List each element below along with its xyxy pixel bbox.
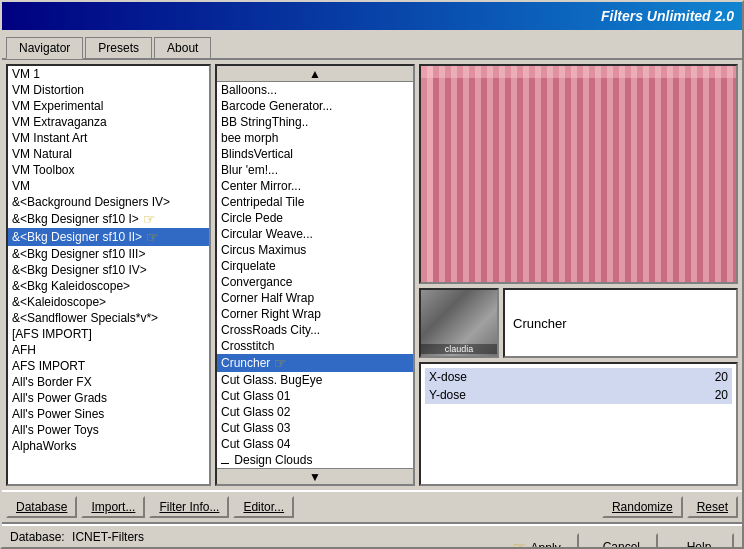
apply-arrow-icon: ☞: [513, 539, 526, 549]
left-panel[interactable]: VM 1 VM Distortion VM Experimental VM Ex…: [6, 64, 211, 486]
preview-area: [419, 64, 738, 284]
list-item[interactable]: &<Kaleidoscope>: [8, 294, 209, 310]
list-item[interactable]: VM Distortion: [8, 82, 209, 98]
thumbnail-label: claudia: [421, 344, 497, 354]
bottom-section: Database: ICNET-Filters Filters: 4255 ☞ …: [2, 524, 742, 549]
database-button[interactable]: Database: [6, 496, 77, 518]
list-item[interactable]: AFS IMPORT: [8, 358, 209, 374]
right-panel: claudia Cruncher X-dose 20 Y-dose 20: [419, 64, 738, 486]
svg-rect-4: [421, 66, 736, 78]
list-item[interactable]: Cirquelate: [217, 258, 413, 274]
list-item[interactable]: All's Power Grads: [8, 390, 209, 406]
help-button[interactable]: Help: [664, 533, 734, 549]
list-item[interactable]: Convergance: [217, 274, 413, 290]
tab-bar: Navigator Presets About: [2, 30, 742, 60]
list-item[interactable]: VM Toolbox: [8, 162, 209, 178]
list-item[interactable]: Cut Glass 02: [217, 404, 413, 420]
list-item[interactable]: &<Bkg Kaleidoscope>: [8, 278, 209, 294]
list-item[interactable]: &<Sandflower Specials*v*>: [8, 310, 209, 326]
list-item[interactable]: Circular Weave...: [217, 226, 413, 242]
randomize-button[interactable]: Randomize: [602, 496, 683, 518]
param-label: Y-dose: [429, 388, 466, 402]
list-item[interactable]: BlindsVertical: [217, 146, 413, 162]
list-item[interactable]: Design Clouds: [217, 452, 413, 468]
param-row: Y-dose 20: [425, 386, 732, 404]
list-item[interactable]: &<Bkg Designer sf10 II> ☞: [8, 228, 209, 246]
param-row: X-dose 20: [425, 368, 732, 386]
list-item[interactable]: Cut Glass 04: [217, 436, 413, 452]
tab-about[interactable]: About: [154, 37, 211, 58]
arrow-icon: ☞: [143, 211, 156, 227]
filter-info-row: claudia Cruncher: [419, 288, 738, 358]
list-item[interactable]: Barcode Generator...: [217, 98, 413, 114]
list-item[interactable]: Circus Maximus: [217, 242, 413, 258]
list-item[interactable]: VM Instant Art: [8, 130, 209, 146]
cancel-button[interactable]: Cancel: [585, 533, 658, 549]
app-title: Filters Unlimited 2.0: [601, 8, 734, 24]
tab-presets[interactable]: Presets: [85, 37, 152, 58]
list-item[interactable]: Circle Pede: [217, 210, 413, 226]
list-item-selected[interactable]: Cruncher ☞: [217, 354, 413, 372]
list-item[interactable]: &<Background Designers IV>: [8, 194, 209, 210]
filter-name-box: Cruncher: [503, 288, 738, 358]
list-item[interactable]: Cut Glass 03: [217, 420, 413, 436]
filter-thumbnail: claudia: [419, 288, 499, 358]
scroll-down-btn[interactable]: ▼: [217, 468, 413, 484]
list-item[interactable]: [AFS IMPORT]: [8, 326, 209, 342]
list-item[interactable]: VM Experimental: [8, 98, 209, 114]
import-button[interactable]: Import...: [81, 496, 145, 518]
list-item[interactable]: Cut Glass 01: [217, 388, 413, 404]
list-item[interactable]: &<Bkg Designer sf10 III>: [8, 246, 209, 262]
bottom-toolbar: Database Import... Filter Info... Editor…: [2, 490, 742, 524]
preview-image: [421, 66, 736, 282]
list-item[interactable]: AFH: [8, 342, 209, 358]
main-content: VM 1 VM Distortion VM Experimental VM Ex…: [2, 60, 742, 490]
database-status: Database: ICNET-Filters: [10, 528, 144, 547]
list-item[interactable]: &<Bkg Designer sf10 I> ☞: [8, 210, 209, 228]
list-item[interactable]: VM Natural: [8, 146, 209, 162]
list-item[interactable]: All's Border FX: [8, 374, 209, 390]
list-item[interactable]: AlphaWorks: [8, 438, 209, 454]
list-item[interactable]: BB StringThing..: [217, 114, 413, 130]
list-item[interactable]: Balloons...: [217, 82, 413, 98]
list-item[interactable]: Corner Right Wrap: [217, 306, 413, 322]
editor-button[interactable]: Editor...: [233, 496, 294, 518]
reset-button[interactable]: Reset: [687, 496, 738, 518]
filter-name: Cruncher: [513, 316, 566, 331]
list-item[interactable]: Corner Half Wrap: [217, 290, 413, 306]
tab-navigator[interactable]: Navigator: [6, 37, 83, 59]
database-value: ICNET-Filters: [72, 530, 144, 544]
param-value: 20: [715, 388, 728, 402]
list-item[interactable]: Center Mirror...: [217, 178, 413, 194]
arrow-icon: ☞: [274, 355, 287, 371]
title-bar: Filters Unlimited 2.0: [2, 2, 742, 30]
scroll-up-btn[interactable]: ▲: [217, 66, 413, 82]
middle-panel[interactable]: ▲ Balloons... Barcode Generator... BB St…: [215, 64, 415, 486]
list-item[interactable]: bee morph: [217, 130, 413, 146]
svg-rect-3: [421, 66, 736, 282]
list-item[interactable]: CrossRoads City...: [217, 322, 413, 338]
list-item[interactable]: Centripedal Tile: [217, 194, 413, 210]
list-item[interactable]: Crosstitch: [217, 338, 413, 354]
arrow-icon: ☞: [146, 229, 159, 245]
list-item[interactable]: &<Bkg Designer sf10 IV>: [8, 262, 209, 278]
svg-rect-5: [421, 66, 433, 282]
list-item[interactable]: VM Extravaganza: [8, 114, 209, 130]
status-area: Database: ICNET-Filters Filters: 4255: [10, 528, 144, 549]
params-area: X-dose 20 Y-dose 20: [419, 362, 738, 486]
apply-button[interactable]: ☞ Apply: [495, 533, 579, 549]
param-value: 20: [715, 370, 728, 384]
list-item[interactable]: VM: [8, 178, 209, 194]
list-item[interactable]: Blur 'em!...: [217, 162, 413, 178]
list-item[interactable]: Cut Glass. BugEye: [217, 372, 413, 388]
list-item[interactable]: VM 1: [8, 66, 209, 82]
action-buttons: ☞ Apply Cancel Help: [495, 533, 734, 549]
list-item[interactable]: All's Power Toys: [8, 422, 209, 438]
param-label: X-dose: [429, 370, 467, 384]
filter-info-button[interactable]: Filter Info...: [149, 496, 229, 518]
list-item[interactable]: All's Power Sines: [8, 406, 209, 422]
